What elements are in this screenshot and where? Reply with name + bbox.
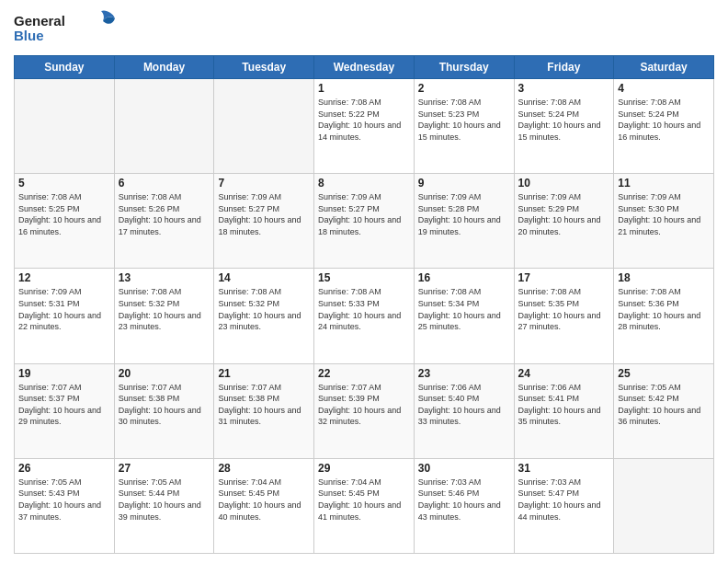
- cell-info: Sunrise: 7:08 AM Sunset: 5:35 PM Dayligh…: [518, 286, 610, 332]
- day-number: 21: [218, 367, 310, 380]
- cell-info: Sunrise: 7:04 AM Sunset: 5:45 PM Dayligh…: [318, 477, 410, 523]
- day-number: 11: [618, 177, 710, 190]
- weekday-header-monday: Monday: [114, 56, 214, 79]
- cell-info: Sunrise: 7:07 AM Sunset: 5:38 PM Dayligh…: [119, 382, 210, 428]
- cell-info: Sunrise: 7:09 AM Sunset: 5:27 PM Dayligh…: [218, 191, 310, 237]
- day-number: 17: [518, 271, 610, 284]
- calendar-cell: 9 Sunrise: 7:09 AM Sunset: 5:28 PM Dayli…: [414, 174, 514, 269]
- day-number: 14: [218, 271, 310, 284]
- calendar-cell: 26 Sunrise: 7:05 AM Sunset: 5:43 PM Dayl…: [15, 458, 115, 553]
- day-number: 31: [518, 462, 610, 475]
- cell-info: Sunrise: 7:07 AM Sunset: 5:39 PM Dayligh…: [318, 382, 410, 428]
- day-number: 3: [518, 82, 610, 95]
- day-number: 4: [618, 82, 710, 95]
- calendar-cell: 19 Sunrise: 7:07 AM Sunset: 5:37 PM Dayl…: [15, 363, 115, 458]
- day-number: 6: [119, 177, 210, 190]
- cell-info: Sunrise: 7:08 AM Sunset: 5:36 PM Dayligh…: [618, 286, 710, 332]
- calendar-cell: 22 Sunrise: 7:07 AM Sunset: 5:39 PM Dayl…: [314, 363, 415, 458]
- calendar-table: SundayMondayTuesdayWednesdayThursdayFrid…: [14, 55, 714, 554]
- cell-info: Sunrise: 7:08 AM Sunset: 5:22 PM Dayligh…: [318, 97, 410, 143]
- day-number: 2: [418, 82, 510, 95]
- day-number: 25: [618, 367, 710, 380]
- cell-info: Sunrise: 7:08 AM Sunset: 5:23 PM Dayligh…: [418, 97, 510, 143]
- day-number: 24: [518, 367, 610, 380]
- calendar-cell: 18 Sunrise: 7:08 AM Sunset: 5:36 PM Dayl…: [614, 269, 714, 363]
- calendar-cell: 8 Sunrise: 7:09 AM Sunset: 5:27 PM Dayli…: [314, 174, 415, 269]
- calendar-week-1: 1 Sunrise: 7:08 AM Sunset: 5:22 PM Dayli…: [15, 79, 714, 174]
- cell-info: Sunrise: 7:08 AM Sunset: 5:25 PM Dayligh…: [18, 191, 110, 237]
- calendar-cell: 30 Sunrise: 7:03 AM Sunset: 5:46 PM Dayl…: [414, 458, 514, 553]
- calendar-cell: 25 Sunrise: 7:05 AM Sunset: 5:42 PM Dayl…: [614, 363, 714, 458]
- cell-info: Sunrise: 7:09 AM Sunset: 5:30 PM Dayligh…: [618, 191, 710, 237]
- day-number: 26: [18, 462, 110, 475]
- day-number: 10: [518, 177, 610, 190]
- day-number: 27: [119, 462, 210, 475]
- weekday-header-saturday: Saturday: [614, 56, 714, 79]
- day-number: 16: [418, 271, 510, 284]
- calendar-week-5: 26 Sunrise: 7:05 AM Sunset: 5:43 PM Dayl…: [15, 458, 714, 553]
- calendar-cell: 31 Sunrise: 7:03 AM Sunset: 5:47 PM Dayl…: [514, 458, 614, 553]
- svg-text:General: General: [14, 13, 65, 29]
- calendar-cell: 4 Sunrise: 7:08 AM Sunset: 5:24 PM Dayli…: [614, 79, 714, 174]
- cell-info: Sunrise: 7:05 AM Sunset: 5:42 PM Dayligh…: [618, 382, 710, 428]
- calendar-cell: 29 Sunrise: 7:04 AM Sunset: 5:45 PM Dayl…: [314, 458, 415, 553]
- day-number: 9: [418, 177, 510, 190]
- day-number: 12: [18, 271, 110, 284]
- weekday-header-wednesday: Wednesday: [314, 56, 415, 79]
- day-number: 30: [418, 462, 510, 475]
- weekday-header-friday: Friday: [514, 56, 614, 79]
- cell-info: Sunrise: 7:08 AM Sunset: 5:32 PM Dayligh…: [119, 286, 210, 332]
- calendar-week-3: 12 Sunrise: 7:09 AM Sunset: 5:31 PM Dayl…: [15, 269, 714, 363]
- calendar-week-2: 5 Sunrise: 7:08 AM Sunset: 5:25 PM Dayli…: [15, 174, 714, 269]
- calendar-cell: 21 Sunrise: 7:07 AM Sunset: 5:38 PM Dayl…: [214, 363, 314, 458]
- cell-info: Sunrise: 7:03 AM Sunset: 5:46 PM Dayligh…: [418, 477, 510, 523]
- day-number: 23: [418, 367, 510, 380]
- calendar-cell: 27 Sunrise: 7:05 AM Sunset: 5:44 PM Dayl…: [114, 458, 214, 553]
- cell-info: Sunrise: 7:09 AM Sunset: 5:27 PM Dayligh…: [318, 191, 410, 237]
- cell-info: Sunrise: 7:08 AM Sunset: 5:34 PM Dayligh…: [418, 286, 510, 332]
- calendar-cell: 20 Sunrise: 7:07 AM Sunset: 5:38 PM Dayl…: [114, 363, 214, 458]
- day-number: 19: [18, 367, 110, 380]
- cell-info: Sunrise: 7:04 AM Sunset: 5:45 PM Dayligh…: [218, 477, 310, 523]
- day-number: 28: [218, 462, 310, 475]
- cell-info: Sunrise: 7:05 AM Sunset: 5:43 PM Dayligh…: [18, 477, 110, 523]
- cell-info: Sunrise: 7:05 AM Sunset: 5:44 PM Dayligh…: [119, 477, 210, 523]
- generalblue-logo: General Blue: [14, 9, 115, 48]
- logo: General Blue: [14, 9, 115, 48]
- cell-info: Sunrise: 7:08 AM Sunset: 5:24 PM Dayligh…: [518, 97, 610, 143]
- day-number: 7: [218, 177, 310, 190]
- calendar-cell: 15 Sunrise: 7:08 AM Sunset: 5:33 PM Dayl…: [314, 269, 415, 363]
- calendar-cell: [214, 79, 314, 174]
- calendar-cell: 11 Sunrise: 7:09 AM Sunset: 5:30 PM Dayl…: [614, 174, 714, 269]
- day-number: 13: [119, 271, 210, 284]
- cell-info: Sunrise: 7:08 AM Sunset: 5:26 PM Dayligh…: [119, 191, 210, 237]
- calendar-cell: 13 Sunrise: 7:08 AM Sunset: 5:32 PM Dayl…: [114, 269, 214, 363]
- calendar-week-4: 19 Sunrise: 7:07 AM Sunset: 5:37 PM Dayl…: [15, 363, 714, 458]
- calendar-cell: 5 Sunrise: 7:08 AM Sunset: 5:25 PM Dayli…: [15, 174, 115, 269]
- cell-info: Sunrise: 7:08 AM Sunset: 5:32 PM Dayligh…: [218, 286, 310, 332]
- calendar-cell: 10 Sunrise: 7:09 AM Sunset: 5:29 PM Dayl…: [514, 174, 614, 269]
- weekday-header-tuesday: Tuesday: [214, 56, 314, 79]
- calendar-cell: 24 Sunrise: 7:06 AM Sunset: 5:41 PM Dayl…: [514, 363, 614, 458]
- weekday-header-thursday: Thursday: [414, 56, 514, 79]
- cell-info: Sunrise: 7:09 AM Sunset: 5:28 PM Dayligh…: [418, 191, 510, 237]
- day-number: 22: [318, 367, 410, 380]
- weekday-header-row: SundayMondayTuesdayWednesdayThursdayFrid…: [15, 56, 714, 79]
- cell-info: Sunrise: 7:07 AM Sunset: 5:38 PM Dayligh…: [218, 382, 310, 428]
- calendar-cell: [114, 79, 214, 174]
- calendar-cell: 6 Sunrise: 7:08 AM Sunset: 5:26 PM Dayli…: [114, 174, 214, 269]
- calendar-cell: 1 Sunrise: 7:08 AM Sunset: 5:22 PM Dayli…: [314, 79, 415, 174]
- cell-info: Sunrise: 7:08 AM Sunset: 5:24 PM Dayligh…: [618, 97, 710, 143]
- calendar-cell: 3 Sunrise: 7:08 AM Sunset: 5:24 PM Dayli…: [514, 79, 614, 174]
- calendar-cell: [15, 79, 115, 174]
- day-number: 1: [318, 82, 410, 95]
- weekday-header-sunday: Sunday: [15, 56, 115, 79]
- calendar-cell: 14 Sunrise: 7:08 AM Sunset: 5:32 PM Dayl…: [214, 269, 314, 363]
- cell-info: Sunrise: 7:03 AM Sunset: 5:47 PM Dayligh…: [518, 477, 610, 523]
- calendar-cell: 17 Sunrise: 7:08 AM Sunset: 5:35 PM Dayl…: [514, 269, 614, 363]
- calendar-cell: 7 Sunrise: 7:09 AM Sunset: 5:27 PM Dayli…: [214, 174, 314, 269]
- cell-info: Sunrise: 7:07 AM Sunset: 5:37 PM Dayligh…: [18, 382, 110, 428]
- day-number: 29: [318, 462, 410, 475]
- day-number: 18: [618, 271, 710, 284]
- page: General Blue SundayMondayTuesdayWednesda…: [0, 0, 728, 563]
